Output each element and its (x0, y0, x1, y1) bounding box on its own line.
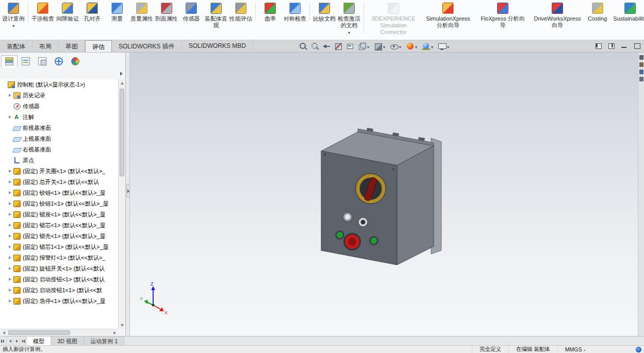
dropdown-caret-icon[interactable] (447, 43, 451, 49)
expand-arrow-icon[interactable] (8, 234, 12, 239)
restore-window-button[interactable] (632, 42, 642, 50)
expand-arrow-icon[interactable] (8, 212, 12, 217)
expand-arrow-icon[interactable] (8, 93, 12, 98)
scroll-prev-button[interactable] (7, 337, 13, 345)
dropdown-caret-icon[interactable] (367, 43, 371, 49)
feature-tree-item[interactable]: 前视基准面 (0, 123, 118, 133)
feature-tree-item[interactable]: (固定) 旋钮开关<1> (默认<<默认 (0, 263, 118, 274)
mass-properties-button[interactable]: 质量属性 (129, 1, 154, 22)
start-button[interactable] (337, 232, 343, 238)
previous-view-button[interactable] (322, 42, 332, 51)
dropdown-caret-icon[interactable] (415, 43, 419, 49)
display-style-button[interactable] (373, 42, 387, 51)
feature-tree-item[interactable]: (固定) 急停<1> (默认<<默认>_显 (0, 296, 118, 307)
dynamic-annotation-button[interactable] (345, 42, 355, 51)
feature-tree-item[interactable]: (固定) 锁芯1<1> (默认<<默认>_显 (0, 242, 118, 253)
command-tab[interactable]: 草图 (59, 40, 85, 52)
expand-arrow-icon[interactable] (8, 299, 12, 304)
performance-evaluation-button[interactable]: 性能评估 (228, 1, 253, 22)
status-units[interactable]: MMGS (557, 346, 592, 352)
feature-tree-item[interactable]: 控制柜 (默认<显示状态-1>) (0, 79, 118, 90)
expand-arrow-icon[interactable] (8, 288, 12, 293)
section-view-button[interactable] (334, 42, 343, 51)
command-tab[interactable]: 评估 (85, 40, 112, 52)
scroll-right-icon[interactable] (111, 329, 118, 337)
expand-arrow-icon[interactable] (8, 201, 12, 206)
feature-tree-item[interactable]: (固定) 锁芯<1> (默认<<默认>_显 (0, 220, 118, 231)
document-tab[interactable]: 模型 (27, 337, 51, 345)
feature-tree-item[interactable]: (固定) 铰链1<1> (默认<<默认>_显 (0, 198, 118, 209)
clearance-verification-button[interactable]: 间隙验证 (55, 1, 80, 22)
command-tab[interactable]: SOLIDWORKS MBD (182, 40, 253, 52)
feature-tree-item[interactable]: (固定) 启动按钮<1> (默认<<默认 (0, 274, 118, 285)
view-palette-icon[interactable] (639, 77, 643, 81)
scroll-up-icon[interactable] (119, 79, 126, 87)
feature-tree-item[interactable]: (固定) 锁座<1> (默认<<默认>_显 (0, 209, 118, 220)
command-tab[interactable]: SOLIDWORKS 插件 (112, 40, 182, 52)
feature-tree-item[interactable]: 右视基准面 (0, 144, 118, 155)
design-study-button[interactable]: 设计算例 (1, 1, 26, 27)
section-properties-button[interactable]: 剖面属性 (154, 1, 179, 22)
command-tab[interactable]: 装配体 (0, 40, 32, 52)
dock-left-button[interactable] (593, 42, 603, 50)
horizontal-scroll-thumb[interactable] (8, 330, 70, 335)
3dexperience-simulation-connector-button[interactable]: 3DEXPERIENCE Simulation Connector (366, 1, 421, 36)
solidworks-resources-icon[interactable] (639, 55, 643, 60)
feature-tree-item[interactable]: (固定) 铰链<1> (默认<<默认>_显 (0, 188, 118, 198)
scroll-first-button[interactable] (0, 337, 7, 345)
minimize-window-button[interactable] (619, 42, 629, 50)
edit-appearance-button[interactable] (405, 42, 419, 51)
check-active-document-button[interactable]: 检查激活的文档 (337, 1, 361, 33)
design-library-icon[interactable] (639, 62, 643, 67)
feature-tree-item[interactable]: (固定) 开关圈<1> (默认<<默认>_ (0, 166, 118, 177)
scroll-left-icon[interactable] (0, 329, 7, 337)
start-button[interactable] (371, 238, 377, 244)
sensor-button[interactable]: 传感器 (179, 1, 204, 22)
dimxpertmanager-tab[interactable] (51, 55, 67, 68)
feature-tree-item[interactable]: (固定) 总开关<1> (默认<<默认 (0, 177, 118, 188)
dock-right-button[interactable] (606, 42, 616, 50)
control-cabinet-model[interactable]: Z X Y (130, 53, 638, 336)
zoom-to-fit-button[interactable] (298, 42, 308, 51)
expand-arrow-icon[interactable] (8, 266, 12, 271)
panel-flyout-arrow[interactable] (117, 68, 125, 79)
scroll-next-button[interactable] (13, 337, 20, 345)
displaymanager-tab[interactable] (67, 55, 84, 68)
panel-collapse-arrow[interactable] (126, 184, 130, 197)
feature-tree-item[interactable]: (固定) 锁壳<1> (默认<<默认>_显 (0, 231, 118, 242)
feature-tree-item[interactable]: 历史记录 (0, 90, 118, 101)
tree-vertical-scrollbar[interactable] (118, 79, 125, 329)
view-settings-button[interactable] (437, 42, 451, 51)
graphics-viewport[interactable]: Z X Y (130, 53, 638, 336)
scroll-last-button[interactable] (20, 337, 27, 345)
costing-button[interactable]: Costing (585, 1, 610, 22)
measure-button[interactable]: 测量 (105, 1, 129, 22)
command-tab[interactable]: 布局 (32, 40, 59, 52)
curvature-button[interactable]: 曲率 (258, 1, 283, 22)
expand-arrow-icon[interactable] (8, 191, 12, 195)
propertymanager-tab[interactable] (18, 55, 34, 68)
featuremanager-tab[interactable] (1, 55, 18, 68)
dropdown-caret-icon[interactable] (431, 43, 435, 49)
driveworksxpress-wizard-button[interactable]: DriveWorksXpress 向导 (530, 1, 585, 29)
expand-arrow-icon[interactable] (8, 115, 12, 120)
zoom-to-area-button[interactable] (310, 42, 320, 51)
interference-detection-button[interactable]: 干涉检查 (30, 1, 55, 22)
panel-splitter[interactable] (126, 53, 130, 336)
expand-arrow-icon[interactable] (8, 169, 12, 174)
dropdown-caret-icon[interactable] (12, 22, 14, 27)
feature-tree-item[interactable]: (固定) 启动按钮1<1> (默认<<默 (0, 285, 118, 296)
feature-tree-item[interactable]: 上视基准面 (0, 133, 118, 144)
apply-scene-button[interactable] (421, 42, 435, 51)
vertical-scroll-thumb[interactable] (120, 89, 124, 176)
expand-arrow-icon[interactable] (8, 277, 12, 282)
expand-arrow-icon[interactable] (8, 223, 12, 228)
expand-arrow-icon[interactable] (8, 256, 12, 260)
feature-tree-item[interactable]: 传感器 (0, 101, 118, 112)
expand-arrow-icon[interactable] (8, 245, 12, 249)
configurationmanager-tab[interactable] (34, 55, 51, 68)
simulationxpress-wizard-button[interactable]: SimulationXpress 分析向导 (421, 1, 475, 29)
dropdown-caret-icon[interactable] (348, 29, 350, 33)
hole-alignment-button[interactable]: 孔对齐 (80, 1, 105, 22)
floxpress-wizard-button[interactable]: FloXpress 分析向导 (475, 1, 530, 29)
